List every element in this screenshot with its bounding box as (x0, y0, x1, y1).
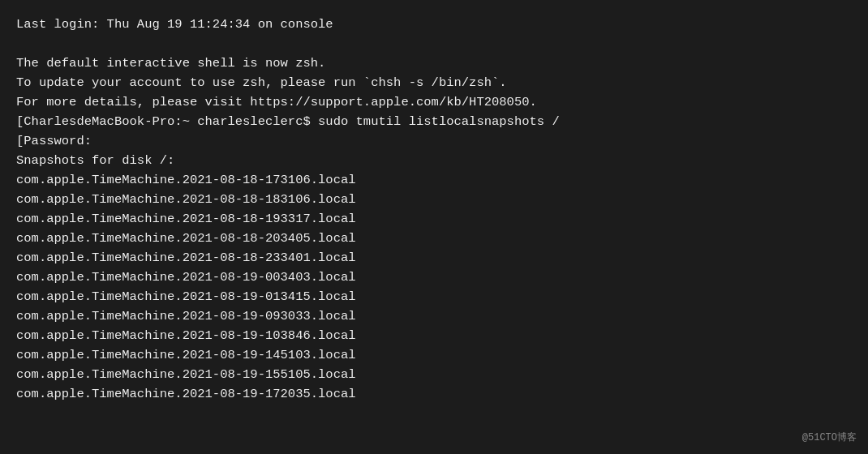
terminal-output: Last login: Thu Aug 19 11:24:34 on conso… (16, 15, 852, 404)
watermark: @51CTO博客 (802, 430, 857, 446)
terminal-window: Last login: Thu Aug 19 11:24:34 on conso… (0, 0, 868, 454)
